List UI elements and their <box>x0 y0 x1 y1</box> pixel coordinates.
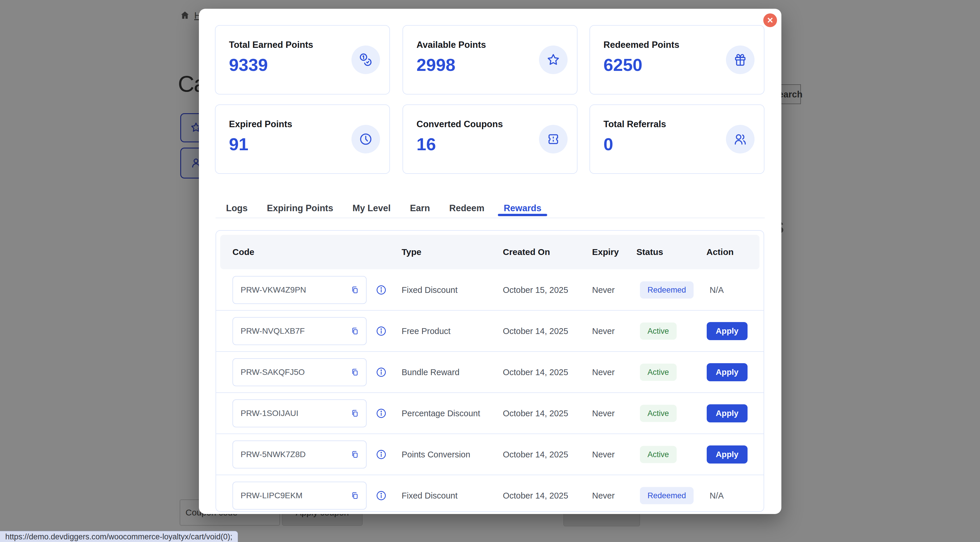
modal-tabs: LogsExpiring PointsMy LevelEarnRedeemRew… <box>216 199 765 218</box>
column-header-expiry: Expiry <box>592 247 619 257</box>
stat-card-value: 6250 <box>603 55 642 75</box>
stat-card-title: Available Points <box>417 40 486 50</box>
apply-button[interactable]: Apply <box>707 445 748 464</box>
stat-card-redeemed-points: Redeemed Points 6250 <box>589 25 764 94</box>
star-icon <box>539 46 568 74</box>
reward-row-prw-vkw4z9pn: PRW-VKW4Z9PN Fixed Discount October 15, … <box>216 269 764 310</box>
stat-card-title: Total Referrals <box>603 119 666 129</box>
rewards-table-header: CodeTypeCreated OnExpiryStatusAction <box>220 235 759 269</box>
reward-created-on: October 14, 2025 <box>503 408 568 418</box>
gift-icon <box>726 46 754 74</box>
rewards-table-body: PRW-VKW4Z9PN Fixed Discount October 15, … <box>216 269 764 516</box>
action-na-text: N/A <box>710 491 724 500</box>
reward-expiry: Never <box>592 326 614 336</box>
reward-type: Bundle Reward <box>402 367 460 377</box>
reward-type: Fixed Discount <box>402 285 458 295</box>
reward-code-text: PRW-LIPC9EKM <box>240 491 302 500</box>
reward-expiry: Never <box>592 450 614 459</box>
apply-button[interactable]: Apply <box>707 363 748 381</box>
rewards-table: CodeTypeCreated OnExpiryStatusAction PRW… <box>216 230 764 512</box>
status-badge: Redeemed <box>640 487 694 504</box>
stat-card-available-points: Available Points 2998 <box>402 25 578 94</box>
column-header-status: Status <box>636 247 663 257</box>
copy-icon[interactable] <box>350 327 360 336</box>
tab-redeem[interactable]: Redeem <box>449 203 484 214</box>
reward-code-text: PRW-SAKQFJ5O <box>240 368 305 377</box>
reward-expiry: Never <box>592 408 614 418</box>
reward-row-prw-sakqfj5o: PRW-SAKQFJ5O Bundle Reward October 14, 2… <box>216 351 764 392</box>
reward-code-field[interactable]: PRW-5NWK7Z8D <box>232 440 367 469</box>
reward-type: Free Product <box>402 326 450 336</box>
ticket-icon <box>539 125 568 153</box>
stat-card-value: 0 <box>603 134 613 154</box>
clock-icon <box>352 125 380 153</box>
reward-code-field[interactable]: PRW-SAKQFJ5O <box>232 358 367 386</box>
apply-button[interactable]: Apply <box>707 322 748 340</box>
reward-expiry: Never <box>592 285 614 295</box>
tab-my-level[interactable]: My Level <box>352 203 391 214</box>
reward-code-text: PRW-5NWK7Z8D <box>240 450 305 459</box>
stat-card-total-earned-points: Total Earned Points 9339 <box>215 25 390 94</box>
reward-code-field[interactable]: PRW-LIPC9EKM <box>232 481 367 510</box>
reward-row-prw-nvqlxb7f: PRW-NVQLXB7F Free Product October 14, 20… <box>216 310 764 351</box>
info-icon[interactable] <box>375 325 387 337</box>
stat-card-title: Redeemed Points <box>603 40 679 50</box>
info-icon[interactable] <box>375 284 387 296</box>
column-header-type: Type <box>402 247 422 257</box>
copy-icon[interactable] <box>350 409 360 418</box>
reward-code-field[interactable]: PRW-NVQLXB7F <box>232 317 367 345</box>
column-header-created-on: Created On <box>503 247 550 257</box>
copy-icon[interactable] <box>350 368 360 377</box>
stat-card-total-referrals: Total Referrals 0 <box>589 104 764 174</box>
loyalty-rewards-modal: ✕ Total Earned Points 9339 Available Poi… <box>199 9 781 514</box>
stat-card-value: 91 <box>229 134 248 154</box>
reward-created-on: October 14, 2025 <box>503 326 568 336</box>
stat-card-value: 16 <box>417 134 436 154</box>
info-icon[interactable] <box>375 449 387 460</box>
reward-row-prw-lipc9ekm: PRW-LIPC9EKM Fixed Discount October 14, … <box>216 475 764 516</box>
copy-icon[interactable] <box>350 491 360 500</box>
stat-card-title: Converted Coupons <box>417 119 503 129</box>
column-header-code: Code <box>232 247 255 257</box>
reward-code-field[interactable]: PRW-1SOIJAUI <box>232 399 367 427</box>
tab-logs[interactable]: Logs <box>226 203 248 214</box>
info-icon[interactable] <box>375 408 387 419</box>
status-badge: Active <box>640 322 677 340</box>
close-icon[interactable]: ✕ <box>763 13 777 27</box>
stat-card-converted-coupons: Converted Coupons 16 <box>402 104 578 174</box>
reward-expiry: Never <box>592 491 614 500</box>
stat-card-expired-points: Expired Points 91 <box>215 104 390 174</box>
stat-card-title: Total Earned Points <box>229 40 313 50</box>
reward-created-on: October 14, 2025 <box>503 450 568 459</box>
reward-code-field[interactable]: PRW-VKW4Z9PN <box>232 276 367 304</box>
copy-icon[interactable] <box>350 285 360 295</box>
stat-card-value: 9339 <box>229 55 268 75</box>
status-badge: Active <box>640 363 677 381</box>
apply-button[interactable]: Apply <box>707 404 748 422</box>
referrals-icon <box>726 125 754 153</box>
stat-card-title: Expired Points <box>229 119 292 129</box>
reward-type: Fixed Discount <box>402 491 458 500</box>
reward-code-text: PRW-VKW4Z9PN <box>240 285 306 295</box>
reward-expiry: Never <box>592 367 614 377</box>
tab-expiring-points[interactable]: Expiring Points <box>267 203 333 214</box>
tab-rewards[interactable]: Rewards <box>504 203 541 214</box>
reward-created-on: October 15, 2025 <box>503 285 568 295</box>
info-icon[interactable] <box>375 490 387 501</box>
column-header-action: Action <box>706 247 733 257</box>
reward-created-on: October 14, 2025 <box>503 491 568 500</box>
status-badge: Redeemed <box>640 281 694 298</box>
reward-type: Points Conversion <box>402 450 470 459</box>
reward-created-on: October 14, 2025 <box>503 367 568 377</box>
reward-row-prw-5nwk7z8d: PRW-5NWK7Z8D Points Conversion October 1… <box>216 434 764 475</box>
status-badge: Active <box>640 446 677 463</box>
stat-card-value: 2998 <box>417 55 455 75</box>
reward-row-prw-1soijaui: PRW-1SOIJAUI Percentage Discount October… <box>216 392 764 434</box>
status-bar-url-text: https://demo.devdiggers.com/woocommerce-… <box>5 532 232 541</box>
coins-icon <box>352 46 380 74</box>
status-bar-url: https://demo.devdiggers.com/woocommerce-… <box>0 531 238 542</box>
tab-earn[interactable]: Earn <box>410 203 430 214</box>
copy-icon[interactable] <box>350 450 360 459</box>
action-na-text: N/A <box>710 285 724 295</box>
info-icon[interactable] <box>375 367 387 378</box>
